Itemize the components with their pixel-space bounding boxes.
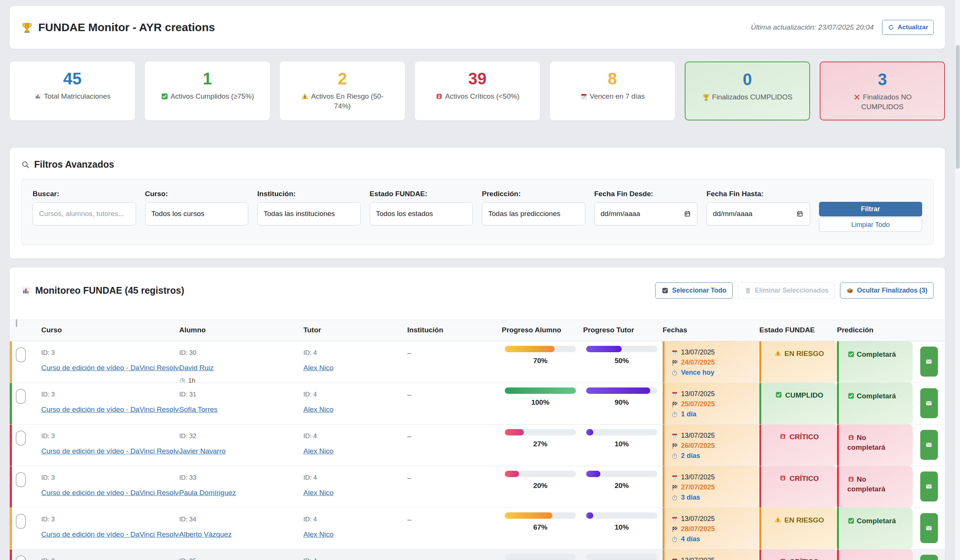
col-header-estado-fundae: Estado FUNDAE: [759, 320, 837, 341]
stat-card-activos-cumplidos: 1 Activos Cumplidos (≥75%): [145, 61, 270, 120]
tutor-link[interactable]: Alex Nico: [303, 364, 333, 372]
app-header: FUNDAE Monitor - AYR creations Última ac…: [10, 6, 945, 49]
delete-selected-button[interactable]: Eliminar Seleccionados: [738, 282, 835, 299]
col-header-progreso-tutor: Progreso Tutor: [583, 320, 662, 341]
progreso-tutor-cell: 10%: [583, 425, 662, 466]
row-checkbox[interactable]: [16, 555, 26, 560]
progreso-alumno-cell: 100%: [502, 383, 583, 424]
email-button[interactable]: [920, 472, 938, 501]
search-input[interactable]: [33, 202, 136, 226]
alumno-link[interactable]: Alberto Vázquez: [179, 530, 231, 539]
alumno-link[interactable]: Sofía Torres: [179, 405, 218, 414]
alumno-link[interactable]: Paula Domínguez: [179, 489, 236, 497]
tutor-link[interactable]: Alex Nico: [303, 405, 333, 414]
curso-link[interactable]: Curso de edición de vídeo - DaVinci Reso…: [41, 530, 179, 539]
progreso-tutor-bar: [586, 512, 593, 519]
table-header-row: Curso Alumno Tutor Institución Progreso …: [10, 320, 945, 341]
alumno-id: ID: 34: [179, 515, 303, 523]
progreso-alumno-pct: 67%: [505, 523, 576, 531]
tutor-link[interactable]: Alex Nico: [303, 489, 333, 497]
tutor-link[interactable]: Alex Nico: [303, 447, 333, 455]
fecha-fin-desde-input[interactable]: dd/mm/aaaa: [594, 202, 698, 226]
tutor-id: ID: 4: [303, 349, 407, 357]
filters-panel: Filtros Avanzados Buscar: Curso: Todos l…: [10, 148, 945, 258]
refresh-icon: [888, 24, 894, 31]
tiempo-conexion: 1h: [179, 377, 303, 382]
progreso-tutor-pct: 10%: [586, 440, 658, 448]
progreso-tutor-pct: 50%: [586, 357, 658, 365]
institucion-select[interactable]: Todas las instituciones: [257, 202, 361, 226]
date-picker-icon[interactable]: [796, 210, 804, 218]
row-checkbox[interactable]: [16, 472, 26, 487]
check-icon: [848, 392, 854, 400]
email-button[interactable]: [920, 388, 938, 418]
curso-link[interactable]: Curso de edición de vídeo - DaVinci Reso…: [41, 447, 179, 455]
row-checkbox[interactable]: [16, 347, 26, 362]
alumno-link[interactable]: Javier Navarro: [179, 447, 226, 455]
progreso-tutor-pct: 20%: [586, 482, 658, 490]
table-row: ID: 3 Curso de edición de vídeo - DaVinc…: [10, 383, 945, 425]
envelope-icon: [925, 399, 933, 407]
curso-link[interactable]: Curso de edición de vídeo - DaVinci Reso…: [41, 364, 179, 372]
estado-fundae-badge: CRÍTICO: [759, 425, 837, 466]
page-scrollbar-thumb[interactable]: [956, 45, 960, 169]
progreso-alumno-cell: 20%: [502, 466, 583, 507]
page-scrollbar[interactable]: [955, 0, 960, 560]
progreso-tutor-cell: 10%: [583, 508, 662, 549]
stat-label: Activos En Riesgo (50-74%): [295, 91, 390, 110]
stat-card-finalizados-cumplidos: 0 Finalizados CUMPLIDOS: [685, 61, 810, 120]
institucion-value: –: [407, 390, 411, 398]
email-button[interactable]: [920, 555, 938, 560]
col-header-tutor: Tutor: [303, 320, 407, 341]
progreso-alumno-cell: 0%: [502, 549, 583, 560]
progreso-tutor-bar: [586, 429, 593, 435]
row-checkbox[interactable]: [16, 389, 26, 404]
progreso-alumno-pct: 100%: [505, 398, 576, 406]
siren-icon: [848, 434, 854, 441]
stat-label: Finalizados CUMPLIDOS: [700, 92, 795, 102]
curso-select[interactable]: Todos los cursos: [145, 202, 249, 226]
limpiar-todo-button[interactable]: Limpiar Todo: [819, 218, 923, 232]
institucion-value: –: [407, 432, 411, 440]
stopwatch-icon: [671, 370, 678, 376]
select-all-button[interactable]: Seleccionar Todo: [655, 282, 733, 299]
stopwatch-icon: [671, 536, 678, 543]
email-button[interactable]: [920, 347, 938, 377]
email-button[interactable]: [920, 430, 938, 460]
table-row: ID: 3 Curso de edición de vídeo - DaVinc…: [10, 341, 945, 383]
curso-link[interactable]: Curso de edición de vídeo - DaVinci Reso…: [41, 405, 179, 414]
hide-finished-button[interactable]: Ocultar Finalizados (3): [840, 282, 934, 299]
progreso-alumno-bar: [505, 346, 555, 352]
select-all-icon: [661, 287, 669, 294]
siren-icon: [779, 433, 786, 440]
prediccion-select[interactable]: Todas las predicciones: [482, 202, 586, 226]
filtrar-button[interactable]: Filtrar: [819, 202, 923, 216]
email-button[interactable]: [920, 513, 938, 543]
refresh-button[interactable]: Actualizar: [882, 20, 934, 35]
row-checkbox[interactable]: [16, 514, 26, 529]
estado-fundae-select[interactable]: Todos los estados: [370, 202, 473, 226]
tutor-link[interactable]: Alex Nico: [303, 530, 333, 539]
flag-icon: [671, 484, 678, 491]
prediccion-label: Predicción:: [482, 190, 586, 198]
progreso-tutor-bar: [586, 471, 600, 477]
stat-value: 0: [689, 70, 805, 88]
select-all-checkbox[interactable]: [16, 319, 17, 327]
calendar-icon: [671, 432, 678, 439]
stat-card-total-matriculaciones: 45 Total Matriculaciones: [10, 61, 135, 120]
row-checkbox[interactable]: [16, 430, 26, 446]
date-picker-icon[interactable]: [684, 210, 691, 218]
curso-link[interactable]: Curso de edición de vídeo - DaVinci Reso…: [41, 489, 179, 497]
fecha-fin-hasta-input[interactable]: dd/mm/aaaa: [707, 202, 810, 226]
progreso-alumno-cell: 70%: [502, 341, 583, 382]
stopwatch-icon: [671, 494, 678, 501]
alumno-link[interactable]: David Ruiz: [179, 364, 214, 372]
calendar-icon: [671, 474, 678, 481]
row-status-stripe: [10, 508, 12, 549]
estado-fundae-badge: EN RIESGO: [759, 508, 837, 549]
progreso-alumno-pct: 27%: [505, 440, 576, 448]
alumno-id: ID: 32: [179, 432, 303, 440]
prediccion-badge: Completará: [837, 341, 913, 382]
flag-icon: [671, 526, 678, 533]
progreso-tutor-cell: 50%: [583, 341, 662, 382]
